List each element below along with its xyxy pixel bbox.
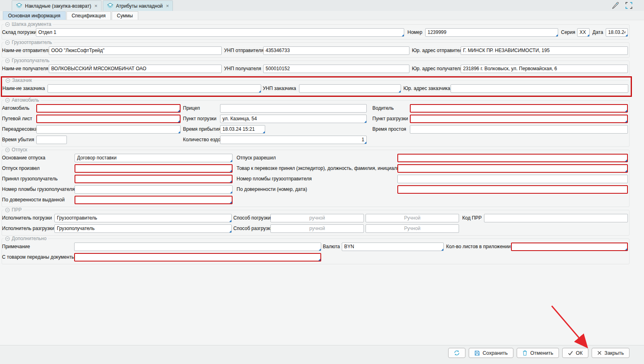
seriya-input[interactable]: XX (577, 28, 590, 37)
required-section-outline: Заказчик Наим-ие заказчика УНП заказчика… (1, 76, 632, 97)
field-label: УНП получателя (224, 66, 263, 71)
po-doverennosti-input[interactable] (397, 185, 628, 194)
field-label: Кол-во листов в приложении (446, 244, 511, 249)
yur-adres-zakazchika-input[interactable] (451, 84, 628, 93)
prinyal-gruzopoluchatel-input[interactable] (75, 175, 233, 183)
ok-button[interactable]: ОК (562, 348, 588, 358)
naim-zakazchika-input[interactable] (48, 84, 261, 93)
kolvo-listov-input[interactable] (511, 243, 628, 251)
tab-nakladnye[interactable]: Накладные (закупка-возврат) × (12, 0, 102, 11)
collapse-icon[interactable] (5, 98, 10, 103)
valyuta-input[interactable]: BYN (342, 243, 444, 251)
collapse-icon[interactable] (5, 40, 10, 45)
subtab-bar: Основная информация Спецификация Суммы (0, 11, 644, 20)
ispolnitel-pogruzki-input[interactable]: Грузоотправитель (54, 214, 232, 222)
kolichestvo-ezdok-input[interactable]: 1 (220, 136, 367, 144)
vremya-ubytiya-input[interactable] (36, 136, 67, 144)
close-button[interactable]: Закрыть (592, 348, 629, 358)
collapse-icon[interactable] (5, 22, 10, 27)
naim-otpravitelya-input[interactable]: ООО "ЛюксСофтТрейд" (49, 46, 222, 55)
yur-adres-poluchatelya-input[interactable]: 231896 г. Волковыск, ул. Первомайская, 6 (461, 65, 628, 73)
fullscreen-icon[interactable] (625, 2, 633, 9)
tab-atributy-nakladnoy[interactable]: Атрибуты накладной × (103, 0, 173, 11)
tab-close-icon[interactable]: × (166, 3, 169, 9)
yur-adres-otpravitelya-input[interactable]: Г. МИНСК ПР. НЕЗАВИСИМОСТИ, 195 (461, 46, 628, 55)
section-otpusk: Отпуск Основание отпуска Договор поставк… (2, 147, 629, 207)
sposob-razgruzki-input-2[interactable]: Ручной (366, 224, 459, 233)
refresh-icon (454, 350, 460, 356)
edit-corner (625, 159, 627, 161)
collapse-icon[interactable] (5, 236, 10, 241)
collapse-icon[interactable] (5, 148, 10, 152)
field-label: Исполнитель погрузки (2, 215, 54, 221)
field-label: Переадресовка (2, 126, 36, 132)
nomer-plomby-gruzopoluchatelya-input[interactable] (75, 185, 233, 194)
tab-close-icon[interactable]: × (94, 3, 98, 9)
field-label: Количество ездок (183, 137, 220, 142)
s-tovarom-dokumenty-input[interactable] (74, 253, 321, 261)
subtab-specifikaciya[interactable]: Спецификация (66, 11, 111, 20)
cancel-button[interactable]: Отменить (517, 348, 559, 358)
unp-poluchatelya-input[interactable]: 500010152 (263, 65, 409, 73)
field-label: С товаром переданы документы (2, 254, 74, 260)
edit-corner (178, 131, 180, 133)
edit-icon[interactable] (611, 1, 620, 9)
section-legend: Дополнительно (4, 236, 48, 241)
field-label: По доверенности (номер, дата) (237, 186, 397, 192)
pricep-input[interactable] (220, 104, 367, 113)
sposob-pogruzki-input-2[interactable]: Ручной (366, 214, 459, 222)
section-legend: Грузоотправитель (4, 40, 54, 45)
naim-poluchatelya-input[interactable]: ВОЛКОВЫССКИЙ МЯСОКОМБИНАТ ОАО (49, 65, 222, 73)
save-button[interactable]: Сохранить (469, 348, 513, 358)
otpusk-razreshil-input[interactable] (397, 154, 628, 162)
sklad-pogruzki-input[interactable]: Отдел 1 (36, 28, 404, 37)
field-label: Основание отпуска (2, 155, 75, 161)
sposob-razgruzki-input-1[interactable]: ручной (270, 224, 364, 233)
po-doverennosti-vydannoy-input[interactable] (75, 196, 233, 204)
avtomobil-input[interactable] (36, 104, 181, 113)
field-label: Юр. адрес получателя (412, 66, 461, 71)
pereadresovka-input[interactable] (36, 125, 181, 134)
tab-label: Атрибуты накладной (116, 3, 163, 9)
vremya-prostoya-input[interactable] (410, 125, 628, 134)
punkt-pogruzki-input[interactable]: ул. Казинца, 54 (220, 115, 367, 123)
ispolnitel-razgruzki-input[interactable]: Грузополучатель (54, 224, 232, 233)
section-gruzootpravitel: Грузоотправитель Наим-ие отправителя ООО… (2, 40, 629, 58)
sposob-pogruzki-input-1[interactable]: ручной (270, 214, 364, 222)
voditel-input[interactable] (410, 104, 628, 113)
nomer-plomby-gruzootpravitelya-input[interactable] (397, 175, 628, 183)
section-prr: ПРР Исполнитель погрузки Грузоотправител… (2, 207, 629, 236)
window-tab-bar: Накладные (закупка-возврат) × Атрибуты н… (0, 0, 644, 11)
tovar-prinyal-input[interactable] (397, 164, 628, 173)
nomer-input[interactable]: 1239999 (425, 28, 558, 37)
collapse-icon[interactable] (5, 208, 10, 212)
field-label: Способ погрузки (233, 215, 270, 221)
close-icon (597, 351, 602, 355)
otpusk-proizvel-input[interactable] (75, 164, 233, 173)
close-label: Закрыть (605, 350, 624, 356)
subtab-summy[interactable]: Суммы (112, 11, 138, 20)
field-label: Принял грузополучатель (2, 176, 75, 182)
vremya-pribytiya-input[interactable]: 18.03.24 15:21 (220, 125, 265, 134)
data-input[interactable]: 18.03.24 (606, 28, 628, 37)
unp-otpravitelya-input[interactable]: 435346733 (263, 46, 409, 55)
unp-zakazchika-input[interactable] (299, 84, 401, 93)
primechanie-input[interactable] (74, 243, 321, 251)
kod-prr-input[interactable] (484, 214, 628, 222)
punkt-razgruzki-input[interactable] (410, 115, 628, 123)
refresh-button[interactable] (448, 348, 465, 358)
field-label: Номер пломбы грузоотправителя (237, 176, 397, 182)
subtab-osnovnaya-informaciya[interactable]: Основная информация (3, 11, 66, 20)
osnovanie-otpuska-input[interactable]: Договор поставки (75, 154, 233, 162)
field-label: Номер (407, 29, 425, 35)
edit-corner (399, 90, 401, 92)
edit-corner (318, 259, 320, 261)
field-label: Пункт разгрузки (372, 116, 410, 121)
edit-corner (230, 180, 232, 182)
collapse-icon[interactable] (6, 78, 10, 83)
footer-toolbar: Сохранить Отменить ОК Закрыть (0, 345, 644, 364)
section-avtomobil: Автомобиль Автомобиль Прицеп Водитель Пу… (2, 97, 629, 147)
putevoy-list-input[interactable] (36, 115, 181, 123)
collapse-icon[interactable] (5, 59, 10, 63)
edit-corner (625, 248, 627, 250)
